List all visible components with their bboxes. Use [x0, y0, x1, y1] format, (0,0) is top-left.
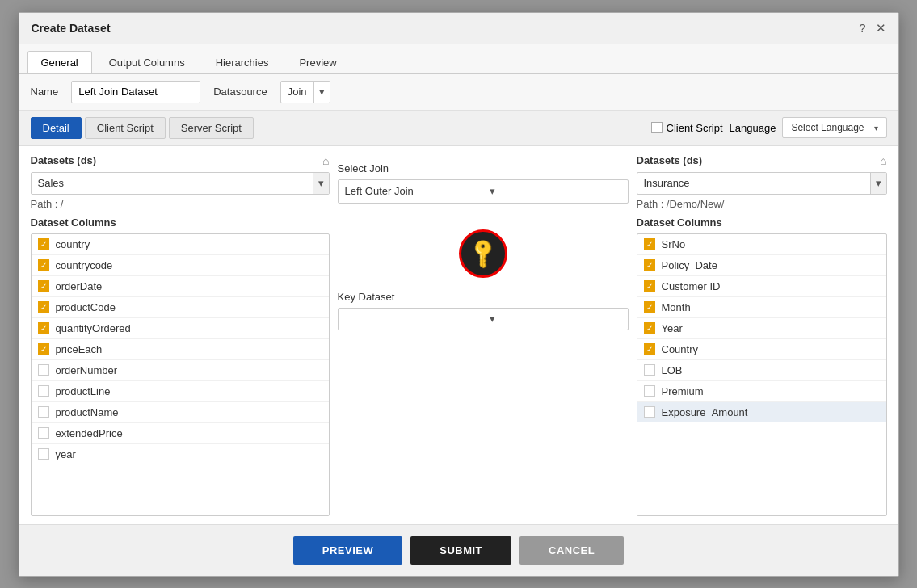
- datasource-select[interactable]: Join ▾: [280, 81, 330, 103]
- client-script-checkbox[interactable]: Client Script: [651, 122, 723, 134]
- submit-button[interactable]: SUBMIT: [410, 536, 511, 565]
- list-item[interactable]: productName: [32, 402, 329, 423]
- column-checkbox[interactable]: [38, 406, 49, 418]
- column-checkbox[interactable]: [644, 406, 655, 418]
- list-item[interactable]: quantityOrdered: [32, 318, 329, 339]
- language-select[interactable]: Select Language ▾: [782, 117, 886, 138]
- left-datasets-label: Datasets (ds): [31, 154, 97, 166]
- column-checkbox[interactable]: [38, 301, 49, 313]
- list-item[interactable]: Customer ID: [637, 276, 886, 297]
- datasource-arrow-icon[interactable]: ▾: [313, 82, 330, 103]
- column-name: Country: [662, 343, 699, 355]
- right-datasets-label: Datasets (ds): [637, 154, 703, 166]
- column-name: Month: [662, 301, 691, 313]
- left-home-icon[interactable]: ⌂: [322, 154, 329, 167]
- join-section: Select Join Left Outer Join ▾: [338, 162, 629, 216]
- left-path-value: /: [61, 198, 64, 210]
- column-checkbox[interactable]: [38, 280, 49, 292]
- cancel-button[interactable]: CANCEL: [519, 536, 624, 565]
- modal-title: Create Dataset: [32, 22, 111, 35]
- right-dataset-select[interactable]: Insurance ▾: [637, 172, 887, 195]
- join-select[interactable]: Left Outer Join ▾: [338, 179, 629, 204]
- column-checkbox[interactable]: [644, 301, 655, 313]
- help-icon[interactable]: ?: [859, 21, 865, 36]
- list-item[interactable]: Exposure_Amount: [637, 402, 886, 422]
- list-item[interactable]: SrNo: [637, 234, 886, 255]
- tab-general[interactable]: General: [27, 51, 92, 74]
- right-path-value: /Demo/New/: [667, 198, 725, 210]
- column-checkbox[interactable]: [644, 385, 655, 397]
- key-dataset-label: Key Dataset: [338, 291, 629, 303]
- right-dataset-value: Insurance: [637, 177, 870, 189]
- column-checkbox[interactable]: [38, 238, 49, 250]
- join-label: Select Join: [338, 162, 629, 174]
- column-checkbox[interactable]: [644, 322, 655, 334]
- sub-tab-client-script[interactable]: Client Script: [85, 117, 166, 139]
- list-item[interactable]: extendedPrice: [32, 423, 329, 444]
- left-dataset-select[interactable]: Sales ▾: [31, 172, 330, 195]
- list-item[interactable]: Policy_Date: [637, 255, 886, 276]
- right-home-icon[interactable]: ⌂: [880, 154, 886, 167]
- column-checkbox[interactable]: [644, 343, 655, 355]
- right-columns-list: SrNoPolicy_DateCustomer IDMonthYearCount…: [637, 233, 887, 516]
- list-item[interactable]: Year: [637, 318, 886, 339]
- list-item[interactable]: priceEach: [32, 339, 329, 360]
- preview-button[interactable]: PREVIEW: [293, 536, 402, 565]
- client-script-checkbox-box[interactable]: [651, 122, 663, 133]
- list-item[interactable]: orderNumber: [32, 360, 329, 381]
- column-checkbox[interactable]: [644, 280, 655, 292]
- join-arrow-icon[interactable]: ▾: [483, 185, 628, 197]
- column-checkbox[interactable]: [38, 322, 49, 334]
- sub-tabs-left: Detail Client Script Server Script: [31, 117, 254, 139]
- list-item[interactable]: Premium: [637, 381, 886, 402]
- tab-hierarchies[interactable]: Hierarchies: [202, 51, 283, 74]
- key-dataset-select[interactable]: ▾: [338, 308, 629, 330]
- join-value: Left Outer Join: [339, 185, 483, 197]
- column-checkbox[interactable]: [38, 427, 49, 439]
- list-item[interactable]: country: [32, 234, 329, 255]
- column-checkbox[interactable]: [38, 343, 49, 355]
- modal-backdrop: Create Dataset ? ✕ General Output Column…: [0, 0, 917, 588]
- column-name: productLine: [56, 385, 111, 397]
- column-name: LOB: [662, 364, 683, 376]
- column-name: year: [56, 448, 76, 460]
- tab-output-columns[interactable]: Output Columns: [95, 51, 199, 74]
- list-item[interactable]: countrycode: [32, 255, 329, 276]
- column-checkbox[interactable]: [38, 448, 49, 460]
- column-checkbox[interactable]: [644, 364, 655, 376]
- right-path-label: Path :: [637, 198, 664, 210]
- main-tabs: General Output Columns Hierarchies Previ…: [19, 44, 898, 74]
- column-name: productCode: [56, 301, 116, 313]
- name-input[interactable]: [71, 81, 200, 103]
- column-name: country: [56, 238, 90, 250]
- right-columns-label: Dataset Columns: [637, 216, 887, 229]
- language-arrow-icon[interactable]: ▾: [869, 124, 883, 132]
- column-name: quantityOrdered: [56, 322, 131, 334]
- column-checkbox[interactable]: [644, 259, 655, 271]
- right-panel-header: Datasets (ds) ⌂: [637, 154, 887, 167]
- form-row: Name Datasource Join ▾: [19, 74, 898, 111]
- left-panel: Datasets (ds) ⌂ Sales ▾ Path : / Dataset…: [31, 154, 330, 516]
- list-item[interactable]: orderDate: [32, 276, 329, 297]
- column-checkbox[interactable]: [38, 364, 49, 376]
- right-panel: Datasets (ds) ⌂ Insurance ▾ Path : /Demo…: [637, 154, 887, 516]
- list-item[interactable]: Month: [637, 297, 886, 318]
- column-checkbox[interactable]: [38, 259, 49, 271]
- list-item[interactable]: year: [32, 444, 329, 464]
- column-name: Exposure_Amount: [662, 406, 748, 418]
- sub-tab-detail[interactable]: Detail: [31, 117, 82, 139]
- sub-tab-server-script[interactable]: Server Script: [169, 117, 254, 139]
- column-checkbox[interactable]: [644, 238, 655, 250]
- column-name: Premium: [662, 385, 704, 397]
- list-item[interactable]: Country: [637, 339, 886, 360]
- list-item[interactable]: productLine: [32, 381, 329, 402]
- column-checkbox[interactable]: [38, 385, 49, 397]
- right-dataset-arrow-icon[interactable]: ▾: [870, 173, 886, 194]
- left-dataset-arrow-icon[interactable]: ▾: [313, 173, 329, 194]
- list-item[interactable]: productCode: [32, 297, 329, 318]
- left-columns-label: Dataset Columns: [31, 216, 330, 229]
- list-item[interactable]: LOB: [637, 360, 886, 381]
- key-dataset-arrow-icon[interactable]: ▾: [485, 313, 628, 325]
- close-icon[interactable]: ✕: [876, 21, 886, 36]
- tab-preview[interactable]: Preview: [285, 51, 350, 74]
